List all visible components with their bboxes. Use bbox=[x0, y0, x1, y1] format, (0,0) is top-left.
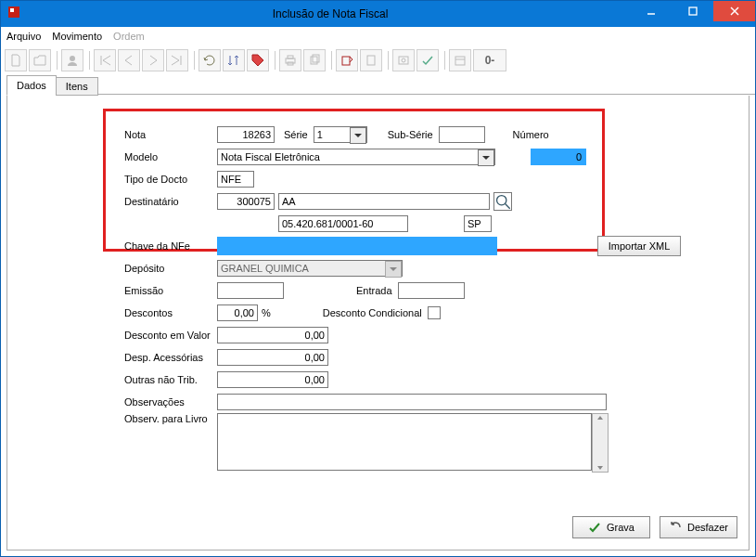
head-icon[interactable] bbox=[61, 49, 83, 71]
prev-icon[interactable] bbox=[118, 49, 140, 71]
svg-rect-12 bbox=[342, 57, 350, 65]
label-desconto-valor: Desconto em Valor bbox=[124, 330, 217, 341]
svg-point-18 bbox=[497, 196, 506, 205]
label-desconto-condicional: Desconto Condicional bbox=[323, 307, 422, 318]
label-serie: Série bbox=[284, 129, 308, 140]
dest-lookup-icon[interactable] bbox=[493, 192, 512, 211]
deposito-dropdown-icon bbox=[385, 261, 402, 278]
tipo-docto-input[interactable] bbox=[217, 171, 254, 188]
nota-input[interactable] bbox=[217, 126, 275, 143]
tab-strip: Dados Itens bbox=[1, 75, 755, 96]
svg-rect-1 bbox=[10, 8, 14, 12]
label-destinatario: Destinatário bbox=[124, 196, 217, 207]
svg-line-19 bbox=[506, 204, 510, 209]
minimize-button[interactable] bbox=[630, 1, 672, 21]
app-logo-icon bbox=[6, 5, 25, 23]
dest-cnpj-input[interactable] bbox=[278, 215, 408, 232]
undo-icon bbox=[669, 521, 682, 534]
desp-acessorias-input[interactable] bbox=[217, 349, 328, 366]
refresh-icon[interactable] bbox=[199, 49, 221, 71]
menu-movimento[interactable]: Movimento bbox=[52, 31, 102, 42]
serie-dropdown-icon[interactable] bbox=[350, 127, 366, 144]
label-outras-trib: Outras não Trib. bbox=[124, 374, 217, 385]
first-icon[interactable] bbox=[94, 49, 116, 71]
label-desp-acessorias: Desp. Acessórias bbox=[124, 352, 217, 363]
grava-button[interactable]: Grava bbox=[572, 516, 650, 538]
label-numero: Número bbox=[513, 129, 549, 140]
svg-point-15 bbox=[402, 58, 405, 62]
svg-rect-11 bbox=[313, 55, 319, 62]
label-emissao: Emissão bbox=[124, 285, 217, 296]
app-window: Inclusão de Nota Fiscal Arquivo Moviment… bbox=[0, 0, 756, 557]
emissao-input[interactable] bbox=[217, 282, 284, 299]
svg-rect-8 bbox=[288, 56, 293, 58]
preview-icon[interactable] bbox=[392, 49, 415, 71]
calendar-icon[interactable] bbox=[449, 49, 471, 71]
percent-label: % bbox=[262, 307, 271, 318]
zero-label: 0- bbox=[485, 54, 495, 67]
dest-uf-input[interactable] bbox=[464, 215, 492, 232]
dest-nome-input[interactable] bbox=[278, 193, 490, 210]
label-modelo: Modelo bbox=[124, 151, 217, 162]
desfazer-button[interactable]: Desfazer bbox=[660, 516, 737, 538]
entrada-input[interactable] bbox=[398, 282, 465, 299]
maximize-button[interactable] bbox=[672, 1, 713, 21]
open-icon[interactable] bbox=[29, 49, 51, 71]
label-entrada: Entrada bbox=[356, 285, 392, 296]
window-controls bbox=[630, 1, 755, 27]
subserie-input[interactable] bbox=[439, 126, 485, 143]
close-button[interactable] bbox=[713, 1, 755, 21]
zero-button[interactable]: 0- bbox=[473, 49, 506, 71]
print-icon[interactable] bbox=[279, 49, 301, 71]
outras-trib-input[interactable] bbox=[217, 371, 328, 388]
modelo-dropdown-icon[interactable] bbox=[478, 149, 494, 166]
scroll-down-icon bbox=[596, 464, 604, 472]
svg-rect-3 bbox=[689, 7, 697, 15]
sort-icon[interactable] bbox=[223, 49, 245, 71]
svg-point-6 bbox=[70, 56, 75, 61]
menubar: Arquivo Movimento Ordem bbox=[1, 27, 755, 45]
toolbar: 0- bbox=[1, 45, 755, 75]
label-nota: Nota bbox=[124, 129, 217, 140]
svg-rect-16 bbox=[455, 57, 465, 65]
new-icon[interactable] bbox=[5, 49, 27, 71]
label-observ-livro: Observ. para Livro bbox=[124, 413, 217, 424]
observacoes-input[interactable] bbox=[217, 394, 607, 410]
descontos-input[interactable] bbox=[217, 304, 258, 321]
copy-icon[interactable] bbox=[303, 49, 326, 71]
tab-dados[interactable]: Dados bbox=[6, 75, 57, 96]
last-icon[interactable] bbox=[166, 49, 188, 71]
window-title: Inclusão de Nota Fiscal bbox=[31, 7, 630, 20]
importar-xml-button[interactable]: Importar XML bbox=[597, 236, 681, 256]
label-subserie: Sub-Série bbox=[388, 129, 433, 140]
menu-arquivo[interactable]: Arquivo bbox=[6, 31, 41, 42]
menu-ordem[interactable]: Ordem bbox=[113, 31, 145, 42]
label-observacoes: Observações bbox=[124, 396, 217, 408]
paste-icon[interactable] bbox=[360, 49, 382, 71]
modelo-select[interactable] bbox=[217, 149, 495, 165]
numero-value: 0 bbox=[531, 149, 586, 165]
check-icon[interactable] bbox=[416, 49, 439, 71]
titlebar: Inclusão de Nota Fiscal bbox=[1, 1, 755, 27]
chave-nfe-input[interactable] bbox=[217, 237, 497, 255]
label-tipo-docto: Tipo de Docto bbox=[124, 174, 217, 185]
deposito-select bbox=[217, 260, 403, 277]
scroll-up-icon bbox=[596, 414, 604, 421]
tag-icon[interactable] bbox=[247, 49, 269, 71]
svg-rect-10 bbox=[311, 57, 317, 64]
observ-livro-textarea[interactable] bbox=[217, 413, 592, 471]
footer-buttons: Grava Desfazer bbox=[572, 516, 737, 538]
label-deposito: Depósito bbox=[124, 263, 217, 274]
svg-rect-13 bbox=[367, 56, 375, 65]
action-red-icon[interactable] bbox=[336, 49, 358, 71]
textarea-scrollbar[interactable] bbox=[592, 413, 609, 473]
label-chave-nfe: Chave da NFe bbox=[124, 240, 217, 252]
desconto-condicional-checkbox[interactable] bbox=[428, 306, 441, 319]
desconto-valor-input[interactable] bbox=[217, 327, 328, 343]
label-descontos: Descontos bbox=[124, 307, 217, 318]
svg-rect-14 bbox=[399, 57, 408, 64]
next-icon[interactable] bbox=[142, 49, 164, 71]
dest-codigo-input[interactable] bbox=[217, 193, 275, 210]
tab-content: Nota Série Sub-Série Número Modelo bbox=[6, 96, 750, 551]
tab-itens[interactable]: Itens bbox=[56, 77, 98, 96]
